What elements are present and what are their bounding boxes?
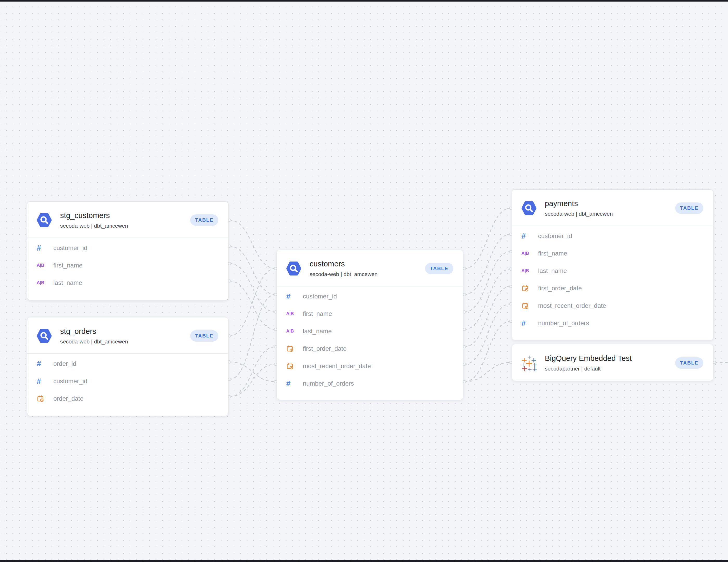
bigquery-table-icon — [37, 328, 52, 343]
column-name: number_of_orders — [538, 320, 589, 327]
column-row[interactable]: most_recent_order_date — [277, 357, 463, 375]
node-title: customers — [310, 260, 425, 268]
column-name: most_recent_order_date — [538, 302, 606, 309]
text-type-icon: A|B — [37, 280, 53, 285]
column-row[interactable]: first_order_date — [277, 340, 463, 357]
number-type-icon: # — [37, 359, 53, 368]
node-title: BigQuery Embedded Test — [545, 354, 675, 363]
column-name: customer_id — [303, 293, 337, 300]
date-type-icon — [521, 302, 538, 309]
column-name: first_order_date — [303, 345, 347, 352]
column-name: first_name — [53, 262, 82, 269]
window-frame-top — [0, 0, 728, 2]
column-name: customer_id — [538, 232, 572, 240]
column-row[interactable]: # number_of_orders — [277, 375, 463, 392]
column-row[interactable]: A|B first_name — [277, 305, 463, 322]
column-name: customer_id — [53, 378, 87, 385]
column-row[interactable]: # customer_id — [27, 239, 228, 257]
column-row[interactable]: # number_of_orders — [512, 314, 713, 332]
node-subtitle: secodapartner | default — [545, 366, 675, 372]
date-type-icon — [37, 395, 53, 402]
node-title: stg_orders — [60, 327, 190, 336]
column-row[interactable]: # order_id — [27, 355, 228, 372]
window-frame-bottom — [0, 560, 728, 562]
table-type-badge: TABLE — [675, 357, 703, 369]
node-header: customers secoda-web | dbt_amcewen TABLE — [277, 250, 463, 286]
table-type-badge: TABLE — [675, 202, 703, 214]
node-header: payments secoda-web | dbt_amcewen TABLE — [512, 190, 713, 226]
node-header: + + + + + + + + + BigQuery Embedded Test… — [512, 344, 713, 380]
column-name: last_name — [53, 279, 82, 286]
column-name: order_date — [53, 395, 84, 402]
column-row[interactable]: # customer_id — [277, 288, 463, 305]
column-row[interactable]: first_order_date — [512, 279, 713, 297]
table-node-payments[interactable]: payments secoda-web | dbt_amcewen TABLE … — [512, 189, 713, 340]
column-row[interactable]: A|B first_name — [512, 245, 713, 262]
column-row[interactable]: # customer_id — [27, 372, 228, 390]
column-row[interactable]: order_date — [27, 390, 228, 407]
table-node-stg-customers[interactable]: stg_customers secoda-web | dbt_amcewen T… — [27, 201, 228, 300]
column-name: most_recent_order_date — [303, 362, 371, 370]
node-subtitle: secoda-web | dbt_amcewen — [60, 223, 190, 229]
number-type-icon: # — [286, 379, 303, 388]
table-node-bigquery-embedded-test[interactable]: + + + + + + + + + BigQuery Embedded Test… — [512, 344, 713, 381]
column-row[interactable]: A|B first_name — [27, 257, 228, 274]
table-node-customers[interactable]: customers secoda-web | dbt_amcewen TABLE… — [277, 250, 463, 400]
column-row[interactable]: # customer_id — [512, 227, 713, 245]
tableau-icon: + + + + + + + + + — [521, 355, 537, 371]
table-type-badge: TABLE — [190, 214, 218, 226]
node-header: stg_orders secoda-web | dbt_amcewen TABL… — [27, 317, 228, 353]
bigquery-table-icon — [37, 213, 52, 228]
table-type-badge: TABLE — [190, 330, 218, 342]
bigquery-table-icon — [521, 201, 537, 216]
column-name: last_name — [303, 328, 332, 335]
column-name: first_order_date — [538, 285, 582, 292]
text-type-icon: A|B — [521, 268, 538, 273]
column-name: first_name — [303, 310, 332, 317]
date-type-icon — [286, 345, 303, 352]
column-name: customer_id — [53, 244, 87, 252]
number-type-icon: # — [286, 292, 303, 301]
text-type-icon: A|B — [286, 329, 303, 334]
node-title: payments — [545, 199, 675, 208]
node-subtitle: secoda-web | dbt_amcewen — [60, 339, 190, 345]
column-name: number_of_orders — [303, 380, 354, 387]
column-row[interactable]: most_recent_order_date — [512, 297, 713, 314]
number-type-icon: # — [37, 244, 53, 252]
node-subtitle: secoda-web | dbt_amcewen — [310, 271, 425, 277]
column-name: order_id — [53, 360, 76, 367]
number-type-icon: # — [37, 377, 53, 386]
table-node-stg-orders[interactable]: stg_orders secoda-web | dbt_amcewen TABL… — [27, 317, 228, 416]
date-type-icon — [521, 285, 538, 292]
column-name: first_name — [538, 250, 567, 257]
column-name: last_name — [538, 267, 567, 274]
text-type-icon: A|B — [521, 251, 538, 256]
column-row[interactable]: A|B last_name — [512, 262, 713, 279]
node-header: stg_customers secoda-web | dbt_amcewen T… — [27, 202, 228, 238]
column-row[interactable]: A|B last_name — [277, 322, 463, 340]
column-row[interactable]: A|B last_name — [27, 274, 228, 291]
node-title: stg_customers — [60, 211, 190, 220]
bigquery-table-icon — [286, 261, 301, 276]
table-type-badge: TABLE — [425, 263, 453, 274]
number-type-icon: # — [521, 319, 538, 328]
text-type-icon: A|B — [286, 311, 303, 316]
node-subtitle: secoda-web | dbt_amcewen — [545, 211, 675, 217]
number-type-icon: # — [521, 232, 538, 240]
date-type-icon — [286, 362, 303, 370]
text-type-icon: A|B — [37, 263, 53, 268]
